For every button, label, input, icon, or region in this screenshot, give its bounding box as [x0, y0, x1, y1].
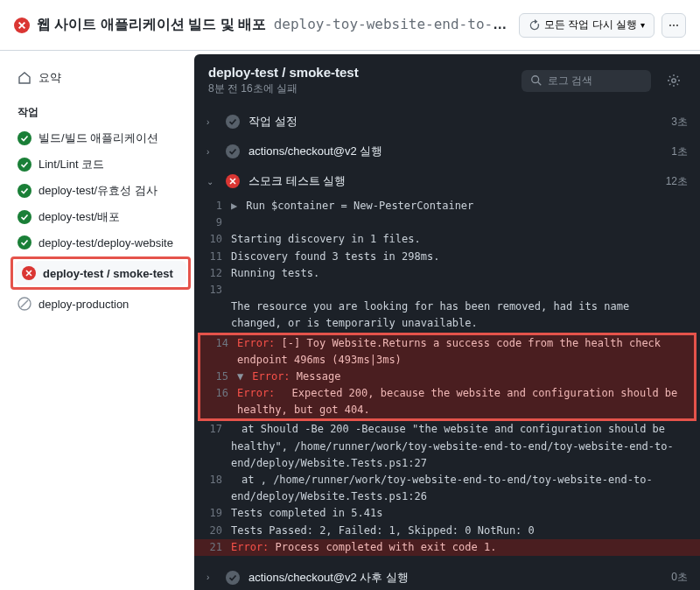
sidebar-item-label: Lint/Lint 코드 [38, 157, 104, 172]
sidebar-item-label: deploy-test / smoke-test [43, 267, 173, 280]
more-button[interactable]: ⋯ [662, 13, 686, 38]
sidebar-summary[interactable]: 요약 [10, 65, 194, 91]
svg-point-9 [532, 76, 539, 83]
sidebar-item-1[interactable]: Lint/Lint 코드 [10, 151, 194, 178]
sidebar-item-label: deploy-test/유효성 검사 [38, 183, 158, 199]
success-icon [18, 131, 32, 145]
log-line[interactable]: 15▼ Error: Message [200, 369, 694, 385]
step-row-1[interactable]: ›actions/checkout@v2 실행1초 [194, 137, 700, 166]
log-line[interactable]: 16Error: Expected 200, because the websi… [200, 385, 694, 418]
step-duration: 0초 [671, 570, 688, 585]
step-label: actions/checkout@v2 실행 [248, 144, 662, 159]
log-line[interactable]: 10Starting discovery in 1 files. [194, 231, 700, 248]
sync-icon [528, 19, 541, 32]
header-title-group: 웹 사이트 애플리케이션 빌드 및 배포 deploy-toy-website-… [14, 16, 512, 34]
home-icon [18, 71, 32, 85]
log-header: deploy-test / smoke-test 8분 전 16초에 실패 로그… [194, 54, 700, 107]
sidebar-item-label: 빌드/빌드 애플리케이션 [38, 130, 158, 146]
workflow-title: 웹 사이트 애플리케이션 빌드 및 배포 deploy-toy-website-… [37, 16, 512, 34]
log-line[interactable]: 20Tests Passed: 2, Failed: 1, Skipped: 0… [194, 523, 700, 539]
success-icon [226, 571, 240, 585]
step-duration: 12초 [666, 174, 688, 189]
step-label: 스모크 테스트 실행 [248, 173, 657, 189]
sidebar-item-6[interactable]: deploy-production [10, 291, 194, 316]
svg-point-12 [226, 115, 240, 129]
svg-point-1 [18, 131, 32, 145]
svg-point-2 [18, 158, 32, 172]
log-line[interactable]: 12Running tests. [194, 265, 700, 282]
kebab-icon: ⋯ [668, 19, 679, 32]
log-line[interactable]: 19Tests completed in 5.41s [194, 505, 700, 522]
sidebar-item-2[interactable]: deploy-test/유효성 검사 [10, 178, 194, 204]
chevron-right-icon: › [206, 572, 217, 582]
sidebar-item-label: deploy-test/deploy-website [38, 236, 173, 249]
svg-line-8 [21, 300, 28, 307]
svg-point-13 [226, 144, 240, 158]
log-line[interactable]: The resource you are looking for has bee… [194, 299, 700, 332]
gear-icon [667, 74, 681, 88]
fail-icon [22, 266, 36, 280]
sidebar-item-5[interactable]: deploy-test / smoke-test [15, 261, 186, 285]
job-title: deploy-test / smoke-test [208, 65, 511, 80]
svg-point-15 [226, 571, 240, 585]
fail-icon [14, 18, 30, 33]
step-label: 작업 설정 [248, 114, 662, 130]
chevron-right-icon: › [206, 117, 217, 127]
log-panel: deploy-test / smoke-test 8분 전 16초에 실패 로그… [194, 54, 700, 590]
sidebar-item-0[interactable]: 빌드/빌드 애플리케이션 [10, 125, 194, 151]
step-duration: 1초 [671, 144, 688, 159]
log-line[interactable]: 21Error: Process completed with exit cod… [194, 539, 700, 556]
step-row-2[interactable]: ⌄스모크 테스트 실행12초 [194, 166, 700, 196]
sidebar: 요약 작업 빌드/빌드 애플리케이션Lint/Lint 코드deploy-tes… [0, 51, 194, 590]
chevron-down-icon: ⌄ [206, 177, 217, 186]
run-name: deploy-toy-website-end-to-end #2 [274, 16, 512, 32]
header-bar: 웹 사이트 애플리케이션 빌드 및 배포 deploy-toy-website-… [0, 0, 700, 51]
chevron-down-icon: ▾ [640, 20, 645, 30]
skipped-icon [18, 297, 32, 311]
sidebar-item-label: deploy-production [38, 298, 129, 311]
search-placeholder: 로그 검색 [548, 74, 592, 88]
search-icon [530, 74, 542, 87]
log-body: 1▶ Run $container = New-PesterContainer9… [194, 196, 700, 563]
step-row-3[interactable]: ›actions/checkout@v2 사후 실행0초 [194, 563, 700, 590]
log-line[interactable]: 13 [194, 282, 700, 299]
success-icon [226, 144, 240, 158]
highlight-error-block: 14Error: [-] Toy Website.Returns a succe… [198, 333, 696, 422]
highlight-current-job: deploy-test / smoke-test [10, 256, 191, 290]
job-subtitle: 8분 전 16초에 실패 [208, 81, 511, 96]
rerun-all-button[interactable]: 모든 작업 다시 실행 ▾ [519, 13, 654, 38]
log-search[interactable]: 로그 검색 [522, 70, 651, 92]
log-line[interactable]: 18at , /home/runner/work/toy-website-end… [194, 472, 700, 505]
svg-line-10 [538, 82, 542, 86]
log-line[interactable]: 9 [194, 214, 700, 231]
sidebar-summary-label: 요약 [38, 70, 61, 86]
settings-button[interactable] [662, 68, 686, 93]
svg-point-5 [18, 235, 32, 249]
success-icon [18, 235, 32, 249]
chevron-right-icon: › [206, 147, 217, 157]
success-icon [18, 210, 32, 224]
sidebar-item-4[interactable]: deploy-test/deploy-website [10, 230, 194, 255]
success-icon [18, 184, 32, 198]
log-line[interactable]: 17at Should -Be 200 -Because "the websit… [194, 421, 700, 472]
step-duration: 3초 [671, 115, 688, 130]
sidebar-item-label: deploy-test/배포 [38, 209, 120, 225]
sidebar-item-3[interactable]: deploy-test/배포 [10, 204, 194, 230]
log-line[interactable]: 14Error: [-] Toy Website.Returns a succe… [200, 335, 694, 369]
success-icon [226, 115, 240, 129]
step-label: actions/checkout@v2 사후 실행 [248, 570, 662, 586]
success-icon [18, 158, 32, 172]
log-line[interactable]: 1▶ Run $container = New-PesterContainer [194, 198, 700, 214]
svg-point-11 [672, 79, 676, 82]
steps-list: ›작업 설정3초›actions/checkout@v2 실행1초⌄스모크 테스… [194, 107, 700, 590]
svg-point-4 [18, 210, 32, 224]
log-line[interactable]: 11Discovery found 3 tests in 298ms. [194, 249, 700, 265]
svg-point-3 [18, 184, 32, 198]
step-row-0[interactable]: ›작업 설정3초 [194, 107, 700, 137]
sidebar-jobs-heading: 작업 [10, 100, 194, 125]
fail-icon [226, 174, 240, 188]
